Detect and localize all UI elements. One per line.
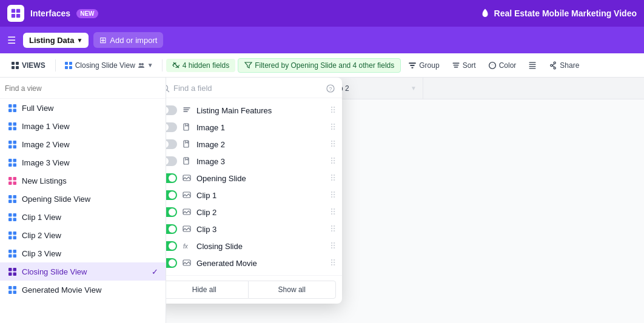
drag-handle-opening[interactable]: ⠿ xyxy=(330,173,336,183)
clip3-label: Clip 3 View xyxy=(22,249,61,258)
formula-icon-closing: fx xyxy=(182,241,192,251)
project-title-area: Real Estate Mobile Marketing Video xyxy=(480,8,637,19)
svg-rect-7 xyxy=(16,66,19,69)
field-item-listing-main-features[interactable]: Listing Main Features ⠿ xyxy=(166,102,342,119)
field-item-clip1[interactable]: Clip 1 ⠿ xyxy=(166,187,342,204)
toggle-opening-slide[interactable] xyxy=(166,173,177,183)
listing-data-button[interactable]: Listing Data ▼ xyxy=(23,33,89,48)
grid-icon-full xyxy=(7,103,17,113)
image-field-icon-clip2 xyxy=(182,207,192,217)
toggle-clip1[interactable] xyxy=(166,190,177,200)
field-item-image2[interactable]: Image 2 ⠿ xyxy=(166,136,342,153)
image-field-icon-opening xyxy=(182,173,192,183)
svg-rect-31 xyxy=(13,159,16,162)
sidebar-item-full-view[interactable]: Full View xyxy=(0,99,166,117)
sort-label: Sort xyxy=(463,61,476,70)
show-all-button[interactable]: Show all xyxy=(248,281,337,299)
drag-handle-image3[interactable]: ⠿ xyxy=(330,156,336,166)
row-height-button[interactable] xyxy=(523,59,542,72)
sidebar-item-clip3[interactable]: Clip 3 View xyxy=(0,244,166,262)
drag-handle-clip3[interactable]: ⠿ xyxy=(330,224,336,234)
color-label: Color xyxy=(499,61,517,70)
new-badge: NEW xyxy=(76,9,98,18)
opening-slide-label: Opening Slide View xyxy=(22,195,90,204)
drag-handle-closing[interactable]: ⠿ xyxy=(330,241,336,251)
sidebar-item-new-listings[interactable]: New Listings xyxy=(0,171,166,190)
drag-handle-clip2[interactable]: ⠿ xyxy=(330,207,336,217)
toggle-image3[interactable] xyxy=(166,156,177,166)
group-icon xyxy=(408,61,417,70)
sidebar-item-image1-view[interactable]: Image 1 View xyxy=(0,117,166,135)
people-icon xyxy=(138,62,145,69)
toolbar: VIEWS Closing Slide View ▼ 4 hidden fiel… xyxy=(0,53,644,78)
toggle-clip3[interactable] xyxy=(166,224,177,234)
hide-all-button[interactable]: Hide all xyxy=(166,281,248,299)
field-item-image1[interactable]: Image 1 ⠿ xyxy=(166,119,342,136)
grid-icon-clip1 xyxy=(7,212,17,222)
find-field-input[interactable] xyxy=(173,84,323,93)
svg-rect-20 xyxy=(8,108,12,112)
svg-rect-6 xyxy=(12,66,15,69)
field-name-clip2: Clip 2 xyxy=(196,208,325,217)
field-item-clip2[interactable]: Clip 2 ⠿ xyxy=(166,204,342,221)
drag-handle-listing[interactable]: ⠿ xyxy=(330,105,336,115)
share-button[interactable]: Share xyxy=(544,59,584,72)
sidebar-search-area xyxy=(0,78,166,99)
svg-rect-35 xyxy=(13,177,16,181)
image1-view-label: Image 1 View xyxy=(22,122,70,131)
drag-handle-image2[interactable]: ⠿ xyxy=(330,139,336,149)
field-item-opening-slide[interactable]: Opening Slide ⠿ xyxy=(166,170,342,187)
find-view-input[interactable] xyxy=(5,84,161,93)
sidebar-item-clip1[interactable]: Clip 1 View xyxy=(0,208,166,226)
views-button[interactable]: VIEWS xyxy=(5,59,52,72)
field-item-generated-movie[interactable]: Generated Movie ⠿ xyxy=(166,255,342,271)
sidebar-item-image2-view[interactable]: Image 2 View xyxy=(0,135,166,153)
image-field-icon-clip3 xyxy=(182,224,192,234)
svg-rect-51 xyxy=(13,250,16,253)
row-height-icon xyxy=(528,61,537,70)
drag-handle-image1[interactable]: ⠿ xyxy=(330,122,336,132)
sidebar-item-image3-view[interactable]: Image 3 View xyxy=(0,153,166,171)
filter-label: Filtered by Opening Slide and 4 other fi… xyxy=(255,61,394,70)
project-title: Real Estate Mobile Marketing Video xyxy=(494,8,637,18)
field-item-image3[interactable]: Image 3 ⠿ xyxy=(166,153,342,170)
content-area: + Clip 1 ▼ Clip 2 ▼ ? xyxy=(166,78,644,323)
toggle-listing-main-features[interactable] xyxy=(166,105,177,115)
svg-rect-47 xyxy=(13,231,16,235)
toggle-generated-movie[interactable] xyxy=(166,258,177,268)
color-button[interactable]: Color xyxy=(483,59,522,72)
secondbar: ☰ Listing Data ▼ ⊞ Add or import xyxy=(0,27,644,53)
svg-rect-41 xyxy=(13,199,16,203)
hidden-fields-button[interactable]: 4 hidden fields xyxy=(166,59,235,72)
toggle-clip2[interactable] xyxy=(166,207,177,217)
svg-rect-5 xyxy=(16,62,19,65)
share-icon xyxy=(549,61,557,70)
current-view-label: Closing Slide View xyxy=(75,61,135,70)
toggle-closing-slide[interactable] xyxy=(166,241,177,251)
sidebar-item-generated-movie[interactable]: Generated Movie View xyxy=(0,281,166,299)
field-item-closing-slide[interactable]: fx Closing Slide ⠿ xyxy=(166,238,342,255)
drag-handle-generated[interactable]: ⠿ xyxy=(330,258,336,268)
svg-point-13 xyxy=(141,63,144,65)
menu-toggle[interactable]: ☰ xyxy=(5,32,18,48)
current-view-button[interactable]: Closing Slide View ▼ xyxy=(59,59,158,72)
svg-rect-43 xyxy=(13,213,16,217)
sidebar-item-clip2[interactable]: Clip 2 View xyxy=(0,226,166,244)
field-item-clip3[interactable]: Clip 3 ⠿ xyxy=(166,221,342,238)
svg-rect-15 xyxy=(411,64,415,65)
toggle-image2[interactable] xyxy=(166,139,177,149)
sidebar-item-closing-slide[interactable]: Closing Slide View ✓ xyxy=(0,262,166,281)
field-name-listing-main-features: Listing Main Features xyxy=(196,106,325,115)
svg-text:fx: fx xyxy=(183,243,189,250)
svg-rect-57 xyxy=(13,272,16,276)
add-import-button[interactable]: ⊞ Add or import xyxy=(93,32,163,48)
filter-button[interactable]: Filtered by Opening Slide and 4 other fi… xyxy=(238,58,401,73)
topbar: Interfaces NEW Real Estate Mobile Market… xyxy=(0,0,644,27)
main-layout: Full View Image 1 View Image 2 View Imag… xyxy=(0,78,644,323)
sort-button[interactable]: Sort xyxy=(447,59,481,72)
drag-handle-clip1[interactable]: ⠿ xyxy=(330,190,336,200)
sidebar-item-opening-slide[interactable]: Opening Slide View xyxy=(0,190,166,208)
svg-rect-33 xyxy=(13,163,16,167)
group-button[interactable]: Group xyxy=(403,59,444,72)
toggle-image1[interactable] xyxy=(166,122,177,132)
